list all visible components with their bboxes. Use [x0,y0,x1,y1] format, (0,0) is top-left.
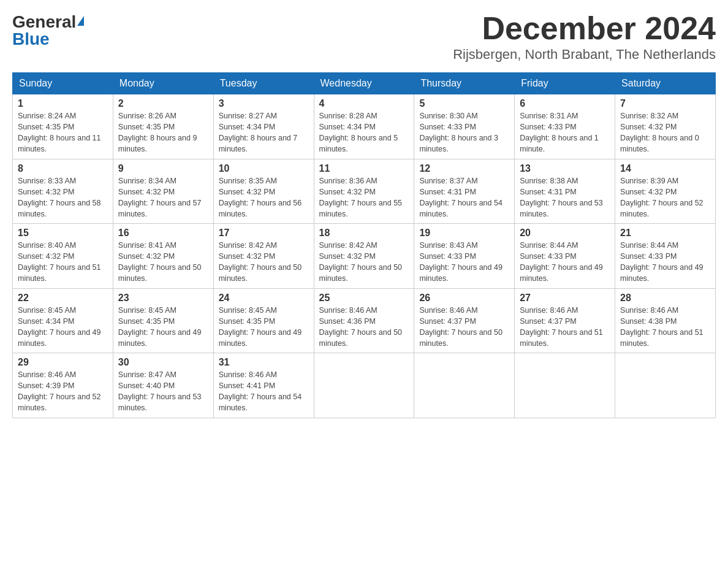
day-number: 18 [319,228,409,239]
calendar-cell: 3Sunrise: 8:27 AMSunset: 4:34 PMDaylight… [213,94,314,159]
day-info: Sunrise: 8:43 AMSunset: 4:33 PMDaylight:… [419,240,509,285]
day-info: Sunrise: 8:27 AMSunset: 4:34 PMDaylight:… [219,110,309,155]
day-number: 21 [620,228,710,239]
calendar-table: SundayMondayTuesdayWednesdayThursdayFrid… [12,72,716,418]
day-info: Sunrise: 8:42 AMSunset: 4:32 PMDaylight:… [319,240,409,285]
calendar-title: December 2024 [453,12,716,44]
day-info: Sunrise: 8:47 AMSunset: 4:40 PMDaylight:… [118,369,208,414]
day-number: 3 [219,98,309,109]
day-number: 11 [319,163,409,174]
day-number: 27 [520,293,610,304]
calendar-week-row: 15Sunrise: 8:40 AMSunset: 4:32 PMDayligh… [13,224,716,289]
day-number: 31 [219,357,309,368]
calendar-cell: 12Sunrise: 8:37 AMSunset: 4:31 PMDayligh… [414,159,515,224]
calendar-week-row: 22Sunrise: 8:45 AMSunset: 4:34 PMDayligh… [13,288,716,353]
title-area: December 2024 Rijsbergen, North Brabant,… [453,12,716,63]
day-info: Sunrise: 8:30 AMSunset: 4:33 PMDaylight:… [419,110,509,155]
calendar-cell: 16Sunrise: 8:41 AMSunset: 4:32 PMDayligh… [113,224,213,289]
logo-blue-text: Blue [12,29,50,49]
calendar-cell [314,353,414,418]
calendar-cell: 15Sunrise: 8:40 AMSunset: 4:32 PMDayligh… [13,224,113,289]
days-of-week-row: SundayMondayTuesdayWednesdayThursdayFrid… [13,73,716,94]
day-info: Sunrise: 8:26 AMSunset: 4:35 PMDaylight:… [118,110,208,155]
calendar-cell: 26Sunrise: 8:46 AMSunset: 4:37 PMDayligh… [414,288,515,353]
day-info: Sunrise: 8:46 AMSunset: 4:41 PMDaylight:… [219,369,309,414]
day-info: Sunrise: 8:46 AMSunset: 4:37 PMDaylight:… [419,305,509,350]
day-of-week-header: Monday [113,73,213,94]
calendar-cell: 21Sunrise: 8:44 AMSunset: 4:33 PMDayligh… [615,224,716,289]
day-number: 20 [520,228,610,239]
calendar-subtitle: Rijsbergen, North Brabant, The Netherlan… [453,47,716,63]
day-number: 12 [419,163,509,174]
calendar-cell: 29Sunrise: 8:46 AMSunset: 4:39 PMDayligh… [13,353,113,418]
calendar-cell [414,353,515,418]
day-number: 24 [219,293,309,304]
calendar-cell: 8Sunrise: 8:33 AMSunset: 4:32 PMDaylight… [13,159,113,224]
day-number: 4 [319,98,409,109]
calendar-cell: 25Sunrise: 8:46 AMSunset: 4:36 PMDayligh… [314,288,414,353]
day-info: Sunrise: 8:45 AMSunset: 4:35 PMDaylight:… [219,305,309,350]
day-info: Sunrise: 8:28 AMSunset: 4:34 PMDaylight:… [319,110,409,155]
day-info: Sunrise: 8:45 AMSunset: 4:34 PMDaylight:… [18,305,108,350]
day-number: 10 [219,163,309,174]
calendar-week-row: 29Sunrise: 8:46 AMSunset: 4:39 PMDayligh… [13,353,716,418]
calendar-cell: 14Sunrise: 8:39 AMSunset: 4:32 PMDayligh… [615,159,716,224]
day-info: Sunrise: 8:45 AMSunset: 4:35 PMDaylight:… [118,305,208,350]
day-info: Sunrise: 8:31 AMSunset: 4:33 PMDaylight:… [520,110,610,155]
day-of-week-header: Wednesday [314,73,414,94]
day-number: 8 [18,163,108,174]
day-number: 15 [18,228,108,239]
day-number: 9 [118,163,208,174]
calendar-week-row: 1Sunrise: 8:24 AMSunset: 4:35 PMDaylight… [13,94,716,159]
calendar-cell: 24Sunrise: 8:45 AMSunset: 4:35 PMDayligh… [213,288,314,353]
day-number: 22 [18,293,108,304]
day-number: 7 [620,98,710,109]
calendar-cell: 31Sunrise: 8:46 AMSunset: 4:41 PMDayligh… [213,353,314,418]
day-info: Sunrise: 8:40 AMSunset: 4:32 PMDaylight:… [18,240,108,285]
day-number: 30 [118,357,208,368]
day-info: Sunrise: 8:44 AMSunset: 4:33 PMDaylight:… [620,240,710,285]
calendar-cell: 23Sunrise: 8:45 AMSunset: 4:35 PMDayligh… [113,288,213,353]
day-info: Sunrise: 8:35 AMSunset: 4:32 PMDaylight:… [219,175,309,220]
calendar-cell: 7Sunrise: 8:32 AMSunset: 4:32 PMDaylight… [615,94,716,159]
day-info: Sunrise: 8:24 AMSunset: 4:35 PMDaylight:… [18,110,108,155]
day-info: Sunrise: 8:46 AMSunset: 4:36 PMDaylight:… [319,305,409,350]
day-info: Sunrise: 8:32 AMSunset: 4:32 PMDaylight:… [620,110,710,155]
calendar-cell: 20Sunrise: 8:44 AMSunset: 4:33 PMDayligh… [515,224,615,289]
day-number: 6 [520,98,610,109]
calendar-cell: 9Sunrise: 8:34 AMSunset: 4:32 PMDaylight… [113,159,213,224]
day-number: 14 [620,163,710,174]
day-info: Sunrise: 8:41 AMSunset: 4:32 PMDaylight:… [118,240,208,285]
calendar-week-row: 8Sunrise: 8:33 AMSunset: 4:32 PMDaylight… [13,159,716,224]
calendar-cell: 18Sunrise: 8:42 AMSunset: 4:32 PMDayligh… [314,224,414,289]
calendar-cell: 30Sunrise: 8:47 AMSunset: 4:40 PMDayligh… [113,353,213,418]
calendar-cell [615,353,716,418]
day-number: 26 [419,293,509,304]
day-info: Sunrise: 8:46 AMSunset: 4:37 PMDaylight:… [520,305,610,350]
day-info: Sunrise: 8:46 AMSunset: 4:38 PMDaylight:… [620,305,710,350]
calendar-cell: 5Sunrise: 8:30 AMSunset: 4:33 PMDaylight… [414,94,515,159]
day-number: 1 [18,98,108,109]
day-number: 23 [118,293,208,304]
calendar-cell: 11Sunrise: 8:36 AMSunset: 4:32 PMDayligh… [314,159,414,224]
logo-area: General Blue [12,12,85,49]
calendar-cell: 13Sunrise: 8:38 AMSunset: 4:31 PMDayligh… [515,159,615,224]
day-info: Sunrise: 8:38 AMSunset: 4:31 PMDaylight:… [520,175,610,220]
day-number: 5 [419,98,509,109]
day-number: 19 [419,228,509,239]
day-info: Sunrise: 8:46 AMSunset: 4:39 PMDaylight:… [18,369,108,414]
day-number: 16 [118,228,208,239]
calendar-cell: 19Sunrise: 8:43 AMSunset: 4:33 PMDayligh… [414,224,515,289]
logo-triangle-icon [77,16,84,26]
day-of-week-header: Friday [515,73,615,94]
calendar-cell: 6Sunrise: 8:31 AMSunset: 4:33 PMDaylight… [515,94,615,159]
day-info: Sunrise: 8:42 AMSunset: 4:32 PMDaylight:… [219,240,309,285]
day-number: 25 [319,293,409,304]
day-info: Sunrise: 8:34 AMSunset: 4:32 PMDaylight:… [118,175,208,220]
day-of-week-header: Tuesday [213,73,314,94]
header: General Blue December 2024 Rijsbergen, N… [12,12,716,63]
calendar-cell: 2Sunrise: 8:26 AMSunset: 4:35 PMDaylight… [113,94,213,159]
calendar-cell: 10Sunrise: 8:35 AMSunset: 4:32 PMDayligh… [213,159,314,224]
day-of-week-header: Saturday [615,73,716,94]
day-info: Sunrise: 8:33 AMSunset: 4:32 PMDaylight:… [18,175,108,220]
